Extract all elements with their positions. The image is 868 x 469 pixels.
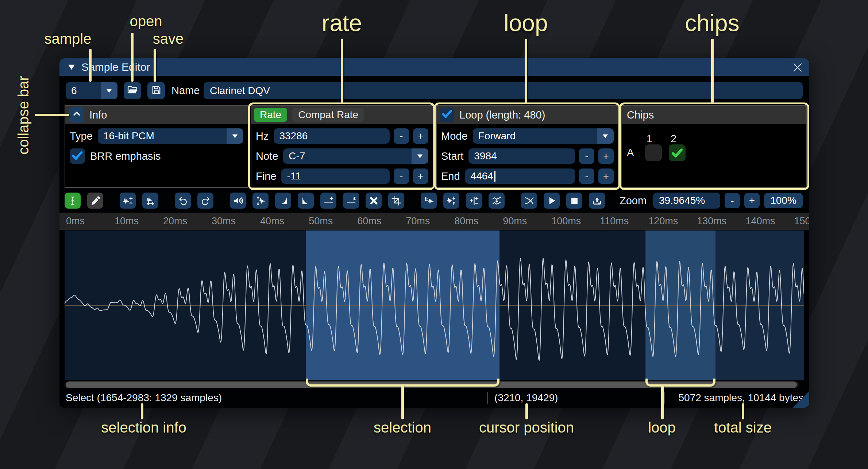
select-tool-button[interactable] (65, 193, 81, 209)
chevron-down-icon[interactable] (101, 82, 117, 99)
reverse-icon (424, 196, 434, 206)
screenshot-stage: Sample Editor 6 Name Clarinet DQV Info T… (0, 0, 868, 469)
total-size-text: 5072 samples, 10144 bytes (679, 388, 803, 408)
open-sample-button[interactable] (124, 82, 141, 99)
annotation-chips: chips (685, 9, 739, 36)
annotation-line (401, 385, 404, 419)
ruler-tick: 40ms (260, 213, 284, 230)
fade-in-button[interactable] (275, 193, 291, 209)
normalize-button[interactable] (252, 193, 269, 209)
apply-filter-button[interactable] (489, 193, 505, 209)
insert-silence-button[interactable] (320, 193, 336, 209)
collapse-window-icon[interactable] (67, 63, 76, 71)
info-panel: Info Type 16-bit PCM BRR emphasis (65, 105, 248, 188)
ruler-tick: 150ms (794, 213, 809, 230)
zoom-in-button[interactable]: + (744, 193, 760, 208)
ruler-tick: 0ms (66, 213, 85, 230)
amplify-button[interactable] (230, 193, 246, 209)
zoom-value: 39.9645% (659, 195, 705, 206)
ruler-tick: 140ms (745, 213, 775, 230)
status-separator (664, 392, 665, 404)
ruler-tick: 100ms (551, 213, 581, 230)
annotation-save: save (153, 31, 184, 47)
annotation-open: open (130, 13, 162, 30)
redo-button[interactable] (197, 193, 213, 209)
annotation-line (131, 33, 134, 82)
annotation-loop-top: loop (504, 9, 548, 36)
folder-open-icon (127, 85, 138, 97)
reverse-button[interactable] (421, 193, 437, 209)
check-icon (71, 149, 84, 163)
draw-tool-button[interactable] (87, 193, 103, 209)
annotation-line (35, 114, 69, 116)
apply-silence-icon (346, 196, 356, 206)
zoom-out-button[interactable]: - (725, 193, 740, 208)
undo-button[interactable] (175, 193, 191, 209)
resize-icon (123, 196, 133, 206)
titlebar[interactable]: Sample Editor (59, 58, 809, 76)
preview-icon (547, 196, 557, 206)
amplify-icon (233, 196, 243, 206)
insert-silence-icon (324, 196, 333, 206)
type-dropdown[interactable]: 16-bit PCM (98, 128, 243, 144)
collapse-bar-button[interactable] (69, 107, 84, 123)
save-sample-button[interactable] (147, 82, 165, 99)
preview-button[interactable] (544, 193, 560, 209)
annotation-loop-bracket (645, 379, 715, 387)
status-bar: Select (1654-2983: 1329 samples) (3210, … (59, 388, 809, 408)
trim-button[interactable] (388, 193, 404, 209)
status-separator (487, 392, 488, 404)
annotation-line (711, 39, 714, 103)
ruler-tick: 80ms (454, 213, 478, 230)
annotation-line (742, 403, 744, 419)
draw-tool-icon (90, 196, 100, 206)
fade-out-icon (301, 196, 311, 206)
waveform-display[interactable] (65, 230, 804, 380)
zoom-label: Zoom (620, 193, 647, 209)
sample-number-select[interactable]: 6 (66, 82, 117, 99)
floppy-save-icon (151, 85, 162, 97)
annotation-chips-outline (619, 102, 809, 190)
window-title: Sample Editor (81, 61, 150, 73)
annotation-loop-outline (434, 102, 620, 190)
signed-unsigned-button[interactable] (466, 193, 482, 209)
ruler-tick: 30ms (212, 213, 236, 230)
delete-icon (369, 196, 379, 206)
annotation-rate-outline (248, 102, 435, 190)
ruler-tick: 10ms (115, 213, 139, 230)
sample-toolbar (65, 193, 605, 209)
resample-button[interactable] (142, 193, 158, 209)
selection-info-text: Select (1654-2983: 1329 samples) (66, 388, 222, 408)
close-icon[interactable] (791, 61, 804, 74)
fade-out-button[interactable] (298, 193, 314, 209)
resize-grip[interactable] (792, 391, 809, 408)
ruler-tick: 70ms (406, 213, 430, 230)
create-wavetable-icon (592, 196, 602, 206)
zoom-input[interactable]: 39.9645% (653, 193, 720, 209)
info-panel-title: Info (89, 109, 107, 121)
annotation-line (341, 39, 343, 103)
sample-number-value: 6 (66, 82, 101, 99)
brr-emphasis-checkbox[interactable] (70, 148, 85, 164)
annotation-line (525, 403, 528, 419)
apply-silence-button[interactable] (343, 193, 359, 209)
crossfade-loop-button[interactable] (521, 193, 537, 209)
name-value: Clarinet DQV (210, 85, 270, 97)
chevron-up-icon (72, 109, 81, 121)
resize-button[interactable] (120, 193, 136, 209)
ruler-tick: 130ms (697, 213, 726, 230)
create-wavetable-button[interactable] (589, 193, 605, 209)
name-label: Name (171, 82, 200, 99)
invert-button[interactable] (443, 193, 459, 209)
type-label: Type (70, 130, 93, 142)
delete-button[interactable] (366, 193, 382, 209)
stop-preview-button[interactable] (566, 193, 582, 209)
chevron-down-icon (227, 128, 243, 144)
ruler-tick: 90ms (503, 213, 527, 230)
stop-preview-icon (570, 196, 579, 206)
annotation-rate: rate (322, 9, 362, 36)
zoom-reset-button[interactable]: 100% (764, 193, 803, 208)
annotation-total-size: total size (714, 419, 772, 436)
select-tool-icon (68, 196, 78, 206)
brr-emphasis-label: BRR emphasis (90, 150, 161, 162)
